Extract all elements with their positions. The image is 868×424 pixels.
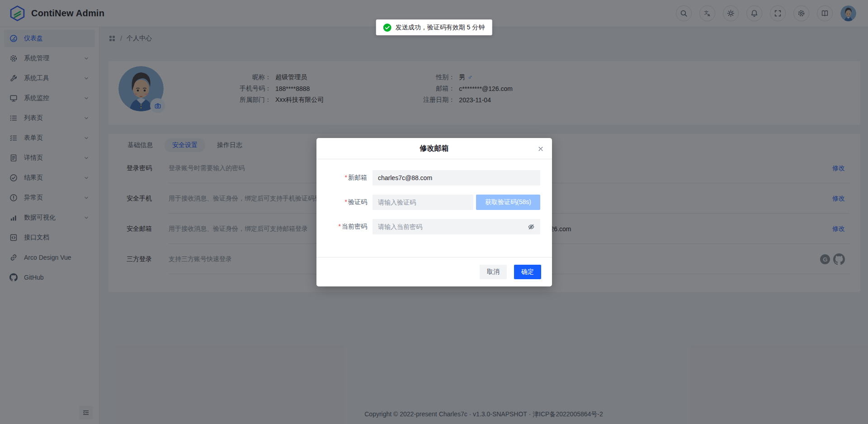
required-star: * xyxy=(345,198,347,205)
form-row-verification-code: *验证码 获取验证码(58s) xyxy=(326,195,540,210)
eye-invisible-icon[interactable] xyxy=(528,223,535,230)
new-email-input-box xyxy=(373,170,540,186)
field-label: *新邮箱 xyxy=(326,174,367,182)
required-star: * xyxy=(339,223,341,230)
required-star: * xyxy=(345,174,347,181)
field-label: *验证码 xyxy=(326,198,367,206)
toast-message: 发送成功，验证码有效期 5 分钟 xyxy=(396,24,485,32)
modal-footer: 取消 确定 xyxy=(316,257,552,286)
form-row-new-email: *新邮箱 xyxy=(326,170,540,186)
new-email-input[interactable] xyxy=(378,174,535,181)
close-icon[interactable] xyxy=(536,144,546,154)
get-code-button[interactable]: 获取验证码(58s) xyxy=(476,195,540,210)
modal-title: 修改邮箱 xyxy=(420,144,449,153)
form-row-current-password: *当前密码 xyxy=(326,219,540,234)
verification-code-input[interactable] xyxy=(378,199,468,206)
modal-body: *新邮箱 *验证码 获取验证码(58s) *当前密码 xyxy=(316,159,552,234)
current-password-input[interactable] xyxy=(378,223,524,230)
modal-header: 修改邮箱 xyxy=(316,138,552,159)
success-check-icon xyxy=(383,24,392,32)
success-toast: 发送成功，验证码有效期 5 分钟 xyxy=(376,19,492,35)
cancel-button[interactable]: 取消 xyxy=(480,265,507,279)
field-label: *当前密码 xyxy=(326,223,367,231)
verification-code-input-box xyxy=(373,195,473,210)
current-password-input-box xyxy=(373,219,540,234)
change-email-modal: 修改邮箱 *新邮箱 *验证码 获取验证码(58s) *当前密码 xyxy=(316,138,552,286)
confirm-button[interactable]: 确定 xyxy=(514,265,541,279)
